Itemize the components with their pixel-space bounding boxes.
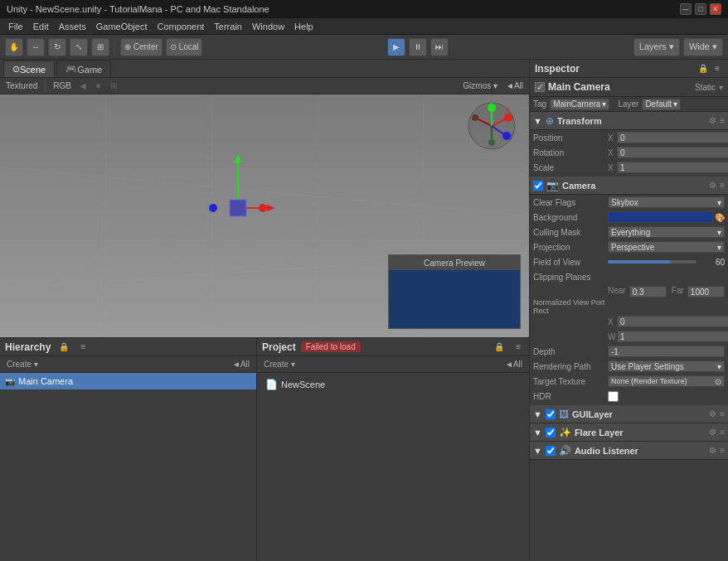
target-texture-dropdown[interactable]: None (Render Texture) ⊙: [608, 375, 725, 387]
fx-toggle[interactable]: ★: [92, 81, 104, 90]
guilayer-header[interactable]: ▼ 🖼 GUILayer ⚙ ≡: [530, 405, 728, 423]
guilayer-checkbox[interactable]: [546, 409, 556, 419]
flare-layer-checkbox[interactable]: [546, 428, 556, 438]
layout-dropdown[interactable]: Wide ▾: [683, 38, 723, 56]
camera-menu-icon[interactable]: ≡: [720, 181, 725, 190]
menu-component[interactable]: Component: [152, 20, 209, 33]
project-item-newscene[interactable]: 📄 NewScene: [260, 376, 526, 393]
pause-button[interactable]: ⏸: [409, 38, 427, 56]
hierarchy-lock[interactable]: 🔒: [56, 342, 72, 351]
flare-layer-label: Flare Layer: [575, 428, 706, 438]
layer-dropdown[interactable]: Default ▾: [642, 99, 681, 110]
rendering-path-dropdown[interactable]: Use Player Settings ▾: [608, 360, 725, 372]
menu-help[interactable]: Help: [289, 20, 318, 33]
guilayer-menu-icon[interactable]: ≡: [720, 409, 725, 418]
fov-row: Field of View 60: [530, 254, 728, 269]
background-color-picker[interactable]: 🎨: [715, 213, 725, 222]
rendering-path-label: Rendering Path: [533, 362, 608, 371]
transform-header[interactable]: ▼ ⊕ Transform ⚙ ≡: [530, 112, 728, 130]
object-active-checkbox[interactable]: ✓: [535, 82, 545, 92]
project-panel: Project Failed to load 🔒 ≡ Create ▾ ◄All…: [257, 338, 529, 561]
tab-scene[interactable]: ⊙ Scene: [3, 60, 55, 77]
audio-listener-menu-icon[interactable]: ≡: [720, 446, 725, 455]
viewport-xy-values: X Y: [608, 316, 728, 327]
viewport-wh-row: W H: [530, 329, 728, 344]
maximize-button[interactable]: □: [695, 3, 706, 15]
minimize-button[interactable]: ─: [680, 3, 692, 15]
menu-terrain[interactable]: Terrain: [209, 20, 247, 33]
guilayer-settings-icon[interactable]: ⚙: [709, 409, 716, 418]
position-x-input[interactable]: [617, 132, 728, 143]
audio-listener-settings-icon[interactable]: ⚙: [709, 446, 716, 455]
toolbar: ✋ ↔ ↻ ⤡ ⊞ ⊕ Center ⊙ Local ▶ ⏸ ⏭ Tag Lay…: [0, 35, 728, 60]
vp-w-input[interactable]: [617, 331, 728, 342]
step-button[interactable]: ⏭: [430, 38, 449, 56]
transform-settings-icon[interactable]: ⚙: [709, 116, 716, 125]
layers-dropdown[interactable]: Tag Layers ▾: [633, 38, 680, 56]
scale-tool[interactable]: ⤡: [70, 38, 88, 56]
camera-header[interactable]: 📷 Camera ⚙ ≡: [530, 177, 728, 195]
hierarchy-create[interactable]: Create ▾: [3, 360, 41, 369]
viewport-label-row: Normalized View Port Rect: [530, 299, 728, 314]
hand-tool[interactable]: ✋: [5, 38, 23, 56]
tag-dropdown[interactable]: MainCamera ▾: [550, 99, 609, 110]
menu-file[interactable]: File: [3, 20, 28, 33]
hdr-checkbox[interactable]: [608, 391, 619, 402]
play-button[interactable]: ▶: [387, 38, 405, 56]
audio-listener-checkbox[interactable]: [546, 446, 556, 456]
hierarchy-menu[interactable]: ≡: [77, 342, 89, 351]
viewport-label: Normalized View Port Rect: [533, 298, 608, 315]
local-toggle[interactable]: ⊙ Local: [166, 38, 203, 56]
scene-icons[interactable]: ⊞: [108, 81, 119, 90]
color-mode[interactable]: RGB: [51, 81, 74, 90]
audio-listener-header[interactable]: ▼ 🔊 Audio Listener ⚙ ≡: [530, 442, 728, 460]
fov-slider-track[interactable]: [608, 260, 696, 264]
transform-menu-icon[interactable]: ≡: [720, 116, 725, 125]
rotate-tool[interactable]: ↻: [48, 38, 66, 56]
culling-mask-dropdown[interactable]: Everything ▾: [608, 226, 725, 238]
inspector-lock[interactable]: 🔒: [695, 64, 711, 73]
position-value: X Y Z: [608, 132, 728, 143]
menu-assets[interactable]: Assets: [54, 20, 91, 33]
flare-layer-settings-icon[interactable]: ⚙: [709, 428, 716, 437]
close-button[interactable]: ✕: [710, 3, 721, 15]
viewport-xy-row: X Y: [530, 314, 728, 329]
inspector-menu[interactable]: ≡: [711, 64, 723, 73]
camera-active-checkbox[interactable]: [533, 181, 543, 191]
hierarchy-item-main-camera[interactable]: 📷 Main Camera: [0, 373, 256, 389]
gizmos-dropdown[interactable]: Gizmos ▾: [460, 81, 500, 90]
project-all[interactable]: ◄All: [502, 360, 526, 369]
far-input[interactable]: [687, 286, 725, 297]
flare-layer-header[interactable]: ▼ ✨ Flare Layer ⚙ ≡: [530, 423, 728, 442]
menu-window[interactable]: Window: [247, 20, 289, 33]
static-dropdown[interactable]: ▾: [719, 83, 723, 92]
move-tool[interactable]: ↔: [27, 38, 45, 56]
camera-settings-icon[interactable]: ⚙: [709, 181, 716, 190]
tab-game[interactable]: 🎮 Game: [56, 60, 111, 77]
near-input[interactable]: [629, 286, 667, 297]
hierarchy-all[interactable]: ◄All: [229, 360, 253, 369]
audio-toggle[interactable]: ◀: [77, 81, 89, 90]
project-lock[interactable]: 🔒: [491, 342, 507, 351]
rect-tool[interactable]: ⊞: [91, 38, 109, 56]
scene-object: [188, 142, 288, 266]
scale-x-input[interactable]: [617, 162, 728, 173]
display-mode[interactable]: Textured: [3, 81, 40, 90]
project-menu[interactable]: ≡: [512, 342, 524, 351]
background-color-swatch[interactable]: [608, 211, 713, 223]
clear-flags-dropdown[interactable]: Skybox ▾: [608, 196, 725, 208]
scene-gizmo[interactable]: X Y Z: [467, 101, 517, 151]
rotation-x-input[interactable]: [617, 147, 728, 158]
center-toggle[interactable]: ⊕ Center: [120, 38, 163, 56]
svg-marker-14: [235, 154, 241, 162]
project-create[interactable]: Create ▾: [260, 360, 298, 369]
projection-dropdown[interactable]: Perspective ▾: [608, 241, 725, 253]
position-label: Position: [533, 133, 608, 143]
depth-input[interactable]: [608, 346, 725, 357]
all-dropdown[interactable]: ◄All: [503, 81, 526, 90]
vp-x-input[interactable]: [617, 316, 728, 327]
menu-gameobject[interactable]: GameObject: [91, 20, 153, 33]
menu-edit[interactable]: Edit: [28, 20, 54, 33]
viewport[interactable]: X Y Z Camera Preview: [0, 94, 529, 337]
flare-layer-menu-icon[interactable]: ≡: [720, 428, 725, 437]
